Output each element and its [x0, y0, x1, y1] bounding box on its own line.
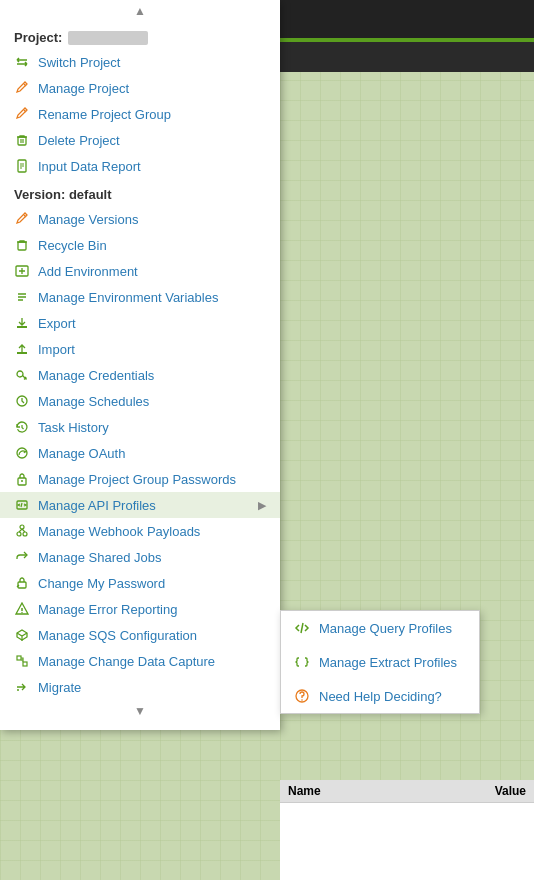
- project-label: Project:: [14, 30, 62, 45]
- menu-item-recycle-bin[interactable]: Recycle Bin: [0, 232, 280, 258]
- edit-icon: [14, 80, 30, 96]
- submenu-arrow-icon: ▶: [258, 499, 266, 512]
- manage-change-data-capture-label: Manage Change Data Capture: [38, 654, 215, 669]
- export-label: Export: [38, 316, 76, 331]
- clock-icon: [14, 393, 30, 409]
- menu-item-manage-schedules[interactable]: Manage Schedules: [0, 388, 280, 414]
- change-password-icon: [14, 575, 30, 591]
- list-icon: [14, 289, 30, 305]
- menu-item-manage-versions[interactable]: Manage Versions: [0, 206, 280, 232]
- submenu-item-manage-extract-profiles[interactable]: Manage Extract Profiles: [281, 645, 479, 679]
- question-icon: [293, 687, 311, 705]
- migrate-icon: [14, 679, 30, 695]
- menu-item-input-data-report[interactable]: Input Data Report: [0, 153, 280, 179]
- table-col-value: Value: [446, 784, 526, 798]
- menu-item-manage-shared-jobs[interactable]: Manage Shared Jobs: [0, 544, 280, 570]
- right-panel: [280, 42, 534, 880]
- manage-api-profiles-label: Manage API Profiles: [38, 498, 156, 513]
- add-environment-icon: [14, 263, 30, 279]
- table-header: Name Value: [280, 780, 534, 803]
- need-help-deciding-label: Need Help Deciding?: [319, 689, 442, 704]
- menu-item-export[interactable]: Export: [0, 310, 280, 336]
- svg-rect-2: [18, 242, 26, 250]
- menu-item-manage-env-variables[interactable]: Manage Environment Variables: [0, 284, 280, 310]
- project-value: [68, 31, 148, 45]
- menu-item-manage-change-data-capture[interactable]: Manage Change Data Capture: [0, 648, 280, 674]
- task-history-label: Task History: [38, 420, 109, 435]
- api-profiles-submenu: Manage Query Profiles Manage Extract Pro…: [280, 610, 480, 714]
- version-section-header: Version: default: [0, 179, 280, 206]
- menu-item-manage-project-group-passwords[interactable]: Manage Project Group Passwords: [0, 466, 280, 492]
- code-icon: [293, 619, 311, 637]
- menu-item-migrate[interactable]: Migrate: [0, 674, 280, 700]
- right-panel-header: [280, 42, 534, 72]
- cdc-icon: [14, 653, 30, 669]
- arrows-icon: [14, 54, 30, 70]
- menu-item-import[interactable]: Import: [0, 336, 280, 362]
- menu-item-manage-credentials[interactable]: Manage Credentials: [0, 362, 280, 388]
- svg-rect-16: [23, 662, 27, 666]
- menu-item-manage-project[interactable]: Manage Project: [0, 75, 280, 101]
- svg-rect-0: [18, 137, 26, 145]
- add-environment-label: Add Environment: [38, 264, 138, 279]
- manage-project-label: Manage Project: [38, 81, 129, 96]
- menu-item-manage-webhook-payloads[interactable]: Manage Webhook Payloads: [0, 518, 280, 544]
- upload-icon: [14, 341, 30, 357]
- menu-item-manage-oauth[interactable]: Manage OAuth: [0, 440, 280, 466]
- manage-webhook-payloads-label: Manage Webhook Payloads: [38, 524, 200, 539]
- menu-item-delete-project[interactable]: Delete Project: [0, 127, 280, 153]
- delete-project-label: Delete Project: [38, 133, 120, 148]
- lock-icon: [14, 471, 30, 487]
- doc-icon: [14, 158, 30, 174]
- webhook-icon: [14, 523, 30, 539]
- menu-item-manage-error-reporting[interactable]: Manage Error Reporting: [0, 596, 280, 622]
- trash-icon: [14, 132, 30, 148]
- rename-icon: [14, 106, 30, 122]
- svg-point-6: [17, 448, 27, 458]
- table-col-name: Name: [288, 784, 446, 798]
- svg-point-10: [17, 532, 21, 536]
- error-icon: [14, 601, 30, 617]
- manage-project-group-passwords-label: Manage Project Group Passwords: [38, 472, 236, 487]
- menu-item-task-history[interactable]: Task History: [0, 414, 280, 440]
- history-icon: [14, 419, 30, 435]
- green-accent-bar: [280, 38, 534, 42]
- svg-point-8: [21, 480, 23, 482]
- scroll-up-button[interactable]: ▲: [0, 0, 280, 22]
- svg-rect-15: [17, 656, 21, 660]
- svg-point-11: [23, 532, 27, 536]
- menu-item-rename-project-group[interactable]: Rename Project Group: [0, 101, 280, 127]
- recycle-bin-label: Recycle Bin: [38, 238, 107, 253]
- submenu-item-need-help-deciding[interactable]: Need Help Deciding?: [281, 679, 479, 713]
- menu-item-change-my-password[interactable]: Change My Password: [0, 570, 280, 596]
- shared-icon: [14, 549, 30, 565]
- menu-item-switch-project[interactable]: Switch Project: [0, 49, 280, 75]
- menu-item-manage-api-profiles[interactable]: Manage API Profiles ▶: [0, 492, 280, 518]
- svg-rect-13: [18, 582, 26, 588]
- svg-point-12: [20, 525, 24, 529]
- api-icon: [14, 497, 30, 513]
- input-data-report-label: Input Data Report: [38, 159, 141, 174]
- rename-project-group-label: Rename Project Group: [38, 107, 171, 122]
- manage-env-variables-label: Manage Environment Variables: [38, 290, 218, 305]
- menu-item-add-environment[interactable]: Add Environment: [0, 258, 280, 284]
- manage-extract-profiles-label: Manage Extract Profiles: [319, 655, 457, 670]
- manage-query-profiles-label: Manage Query Profiles: [319, 621, 452, 636]
- svg-point-4: [17, 371, 23, 377]
- import-label: Import: [38, 342, 75, 357]
- scroll-down-button[interactable]: ▼: [0, 700, 280, 722]
- manage-schedules-label: Manage Schedules: [38, 394, 149, 409]
- change-my-password-label: Change My Password: [38, 576, 165, 591]
- manage-versions-label: Manage Versions: [38, 212, 138, 227]
- manage-shared-jobs-label: Manage Shared Jobs: [38, 550, 162, 565]
- table-area: Name Value: [280, 780, 534, 880]
- download-icon: [14, 315, 30, 331]
- braces-icon: [293, 653, 311, 671]
- menu-item-manage-sqs-configuration[interactable]: Manage SQS Configuration: [0, 622, 280, 648]
- migrate-label: Migrate: [38, 680, 81, 695]
- submenu-item-manage-query-profiles[interactable]: Manage Query Profiles: [281, 611, 479, 645]
- manage-versions-icon: [14, 211, 30, 227]
- key-icon: [14, 367, 30, 383]
- svg-point-14: [21, 612, 22, 613]
- recycle-bin-icon: [14, 237, 30, 253]
